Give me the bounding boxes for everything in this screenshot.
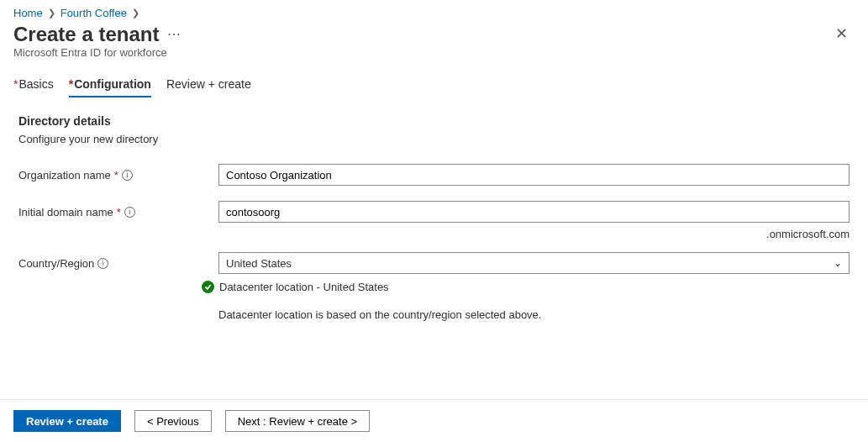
- required-asterisk: *: [117, 206, 121, 218]
- region-label: Country/Region: [18, 257, 94, 270]
- info-icon[interactable]: i: [122, 170, 133, 181]
- tab-basics-label: Basics: [18, 77, 53, 91]
- close-icon[interactable]: ✕: [829, 21, 855, 46]
- info-icon[interactable]: i: [97, 258, 108, 269]
- chevron-right-icon: ❯: [48, 8, 55, 18]
- field-country-region: Country/Region i United States ⌄: [0, 249, 868, 277]
- domain-suffix-row: .onmicrosoft.com: [0, 226, 868, 249]
- more-icon[interactable]: ⋯: [167, 26, 181, 42]
- tab-basics[interactable]: *Basics: [13, 72, 54, 97]
- datacenter-location: Datacenter location - United States: [219, 281, 389, 293]
- previous-button[interactable]: < Previous: [134, 410, 212, 432]
- field-initial-domain: Initial domain name * i: [0, 197, 868, 226]
- chevron-right-icon: ❯: [132, 8, 139, 18]
- section-heading: Directory details: [0, 114, 868, 133]
- datacenter-note: Datacenter location is based on the coun…: [218, 308, 541, 321]
- required-asterisk: *: [114, 169, 118, 182]
- chevron-down-icon: ⌄: [834, 257, 842, 269]
- breadcrumb: Home ❯ Fourth Coffee ❯: [0, 0, 868, 21]
- domain-suffix: .onmicrosoft.com: [766, 228, 850, 240]
- section-desc: Configure your new directory: [0, 133, 868, 160]
- region-select[interactable]: United States ⌄: [218, 252, 850, 274]
- domain-label: Initial domain name: [18, 206, 113, 218]
- wizard-footer: Review + create < Previous Next : Review…: [0, 399, 868, 442]
- page-title: Create a tenant: [13, 23, 159, 46]
- wizard-tabs: *Basics *Configuration Review + create: [0, 72, 868, 97]
- datacenter-location-row: Datacenter location - United States: [0, 277, 868, 297]
- field-organization-name: Organization name * i: [0, 160, 868, 189]
- page-subtitle: Microsoft Entra ID for workforce: [0, 46, 868, 72]
- org-name-input[interactable]: [218, 164, 850, 186]
- review-create-button[interactable]: Review + create: [13, 410, 121, 432]
- tab-configuration[interactable]: *Configuration: [69, 72, 151, 97]
- region-value: United States: [226, 257, 292, 270]
- org-name-label: Organization name: [18, 169, 111, 182]
- title-bar: Create a tenant ⋯ ✕: [0, 21, 868, 46]
- datacenter-note-row: Datacenter location is based on the coun…: [0, 297, 868, 321]
- check-circle-icon: [202, 281, 214, 293]
- tab-review-label: Review + create: [166, 77, 251, 91]
- next-button[interactable]: Next : Review + create >: [225, 410, 370, 432]
- domain-input[interactable]: [218, 201, 850, 223]
- breadcrumb-home[interactable]: Home: [13, 7, 43, 19]
- breadcrumb-fourth-coffee[interactable]: Fourth Coffee: [60, 7, 127, 19]
- tab-review-create[interactable]: Review + create: [166, 72, 251, 97]
- required-asterisk: *: [69, 77, 73, 91]
- required-asterisk: *: [13, 77, 18, 91]
- info-icon[interactable]: i: [124, 207, 135, 218]
- tab-configuration-label: Configuration: [74, 77, 151, 91]
